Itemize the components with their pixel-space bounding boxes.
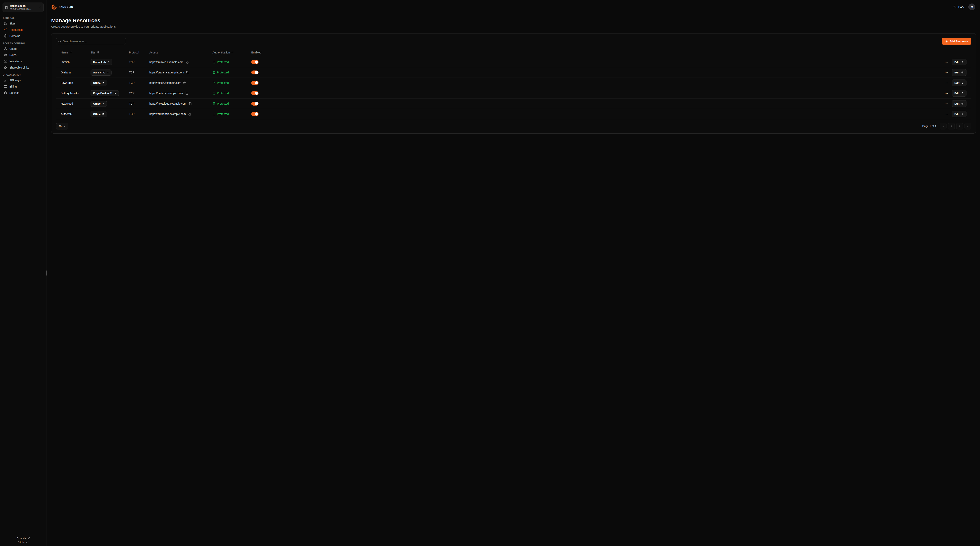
auth-status: Protected xyxy=(212,113,251,116)
last-page-button[interactable] xyxy=(964,123,971,129)
first-page-button[interactable] xyxy=(940,123,947,129)
arrow-right-icon xyxy=(961,71,964,74)
site-link-button[interactable]: AWS VPC xyxy=(91,70,111,76)
sidebar-item-resources[interactable]: Resources xyxy=(2,27,44,33)
shield-check-icon xyxy=(212,60,216,63)
section-label-organization: ORGANIZATION xyxy=(3,74,43,76)
sidebar-item-sites[interactable]: Sites xyxy=(2,21,44,27)
github-link[interactable]: GitHub xyxy=(18,541,29,544)
page-head: Manage Resources Create secure proxies t… xyxy=(46,13,980,29)
copy-icon xyxy=(189,102,191,105)
column-header-name[interactable]: Name xyxy=(61,51,91,54)
sidebar-item-shareable-links[interactable]: Shareable Links xyxy=(2,64,44,70)
edit-button[interactable]: Edit xyxy=(952,100,967,107)
column-header-site[interactable]: Site xyxy=(91,51,129,54)
copy-icon xyxy=(183,81,186,84)
resource-name: Nextcloud xyxy=(61,102,91,105)
column-header-access: Access xyxy=(150,51,212,54)
page-size-select[interactable]: 20 xyxy=(56,123,68,129)
enabled-toggle[interactable] xyxy=(251,81,259,85)
arrow-up-right-icon xyxy=(102,82,104,84)
enabled-toggle[interactable] xyxy=(251,70,259,75)
row-more-button[interactable]: ⋯ xyxy=(944,81,949,85)
arrow-right-icon xyxy=(961,92,964,95)
building-icon xyxy=(5,6,8,9)
resource-name: Battery Monitor xyxy=(61,92,91,95)
resource-protocol: TCP xyxy=(129,60,150,63)
auth-status: Protected xyxy=(212,71,251,74)
org-selector-title: Organization xyxy=(10,4,37,7)
table-row: Authentik Office TCP https://authentik.e… xyxy=(56,109,971,119)
copy-url-button[interactable] xyxy=(186,71,189,75)
sidebar-item-label: Resources xyxy=(10,28,22,31)
table-footer: 20 Page 1 of 1 xyxy=(56,123,971,129)
arrow-right-icon xyxy=(961,61,964,63)
sidebar-item-api-keys[interactable]: API Keys xyxy=(2,77,44,83)
sidebar-item-roles[interactable]: Roles xyxy=(2,52,44,58)
shield-check-icon xyxy=(212,102,216,105)
arrow-up-right-icon xyxy=(107,71,109,74)
fossorial-link[interactable]: Fossorial xyxy=(16,537,30,540)
brand-link[interactable]: PANGOLIN xyxy=(51,4,73,10)
copy-icon xyxy=(185,92,188,95)
search-input[interactable] xyxy=(56,38,126,45)
credit-card-icon xyxy=(4,85,7,88)
arrow-up-right-icon xyxy=(102,102,104,105)
theme-toggle[interactable]: Dark xyxy=(953,5,964,9)
chevrons-left-icon xyxy=(942,125,945,127)
gear-icon xyxy=(4,91,7,94)
enabled-toggle[interactable] xyxy=(251,91,259,95)
sidebar-item-domains[interactable]: Domains xyxy=(2,33,44,39)
copy-url-button[interactable] xyxy=(185,60,189,64)
sidebar-item-users[interactable]: Users xyxy=(2,46,44,52)
resource-access-url: https://grafana.example.com xyxy=(150,71,184,74)
arrow-up-right-icon xyxy=(114,92,116,94)
next-page-button[interactable] xyxy=(956,123,963,129)
auth-status: Protected xyxy=(212,102,251,105)
sidebar-item-settings[interactable]: Settings xyxy=(2,90,44,96)
sidebar-nav: GENERAL Sites Resources Domains ACCESS C… xyxy=(0,14,46,535)
copy-url-button[interactable] xyxy=(183,81,186,85)
site-link-button[interactable]: Home Lab xyxy=(91,59,112,65)
row-more-button[interactable]: ⋯ xyxy=(944,70,949,75)
site-link-button[interactable]: Office xyxy=(91,111,107,117)
copy-url-button[interactable] xyxy=(185,92,188,95)
previous-page-button[interactable] xyxy=(948,123,955,129)
sidebar-item-billing[interactable]: Billing xyxy=(2,83,44,89)
resource-name: Grafana xyxy=(61,71,91,74)
page-title: Manage Resources xyxy=(51,17,975,24)
resource-protocol: TCP xyxy=(129,81,150,84)
row-more-button[interactable]: ⋯ xyxy=(944,91,949,95)
enabled-toggle[interactable] xyxy=(251,112,259,116)
row-more-button[interactable]: ⋯ xyxy=(944,112,949,116)
org-selector[interactable]: Organization milo@fossorial.io's ... xyxy=(3,3,44,12)
avatar[interactable]: M xyxy=(969,3,975,10)
sidebar-item-invitations[interactable]: Invitations xyxy=(2,58,44,64)
column-header-enabled: Enabled xyxy=(251,51,280,54)
copy-icon xyxy=(186,61,189,63)
resource-access-url: https://authentik.example.com xyxy=(150,113,186,116)
enabled-toggle[interactable] xyxy=(251,60,259,64)
resource-access-url: https://battery.example.com xyxy=(150,92,183,95)
sidebar-resize-handle[interactable] xyxy=(46,270,47,276)
copy-url-button[interactable] xyxy=(188,112,191,116)
row-more-button[interactable]: ⋯ xyxy=(944,102,949,106)
edit-button[interactable]: Edit xyxy=(952,90,967,97)
site-link-button[interactable]: Office xyxy=(91,101,107,107)
table-row: Immich Home Lab TCP https://immich.examp… xyxy=(56,57,971,67)
copy-url-button[interactable] xyxy=(188,102,192,106)
resources-toolbar: Add Resource xyxy=(56,38,971,45)
site-link-button[interactable]: Edge Device 01 xyxy=(91,90,119,96)
column-header-authentication[interactable]: Authentication xyxy=(212,51,251,54)
site-link-button[interactable]: Office xyxy=(91,80,107,86)
resources-waypoints-icon xyxy=(4,28,7,31)
edit-button[interactable]: Edit xyxy=(952,59,967,65)
resource-name: Authentik xyxy=(61,113,91,116)
enabled-toggle[interactable] xyxy=(251,102,259,106)
sidebar-item-label: Domains xyxy=(10,35,20,38)
row-more-button[interactable]: ⋯ xyxy=(944,60,949,64)
edit-button[interactable]: Edit xyxy=(952,111,967,117)
edit-button[interactable]: Edit xyxy=(952,69,967,76)
add-resource-button[interactable]: Add Resource xyxy=(942,38,971,45)
edit-button[interactable]: Edit xyxy=(952,79,967,86)
